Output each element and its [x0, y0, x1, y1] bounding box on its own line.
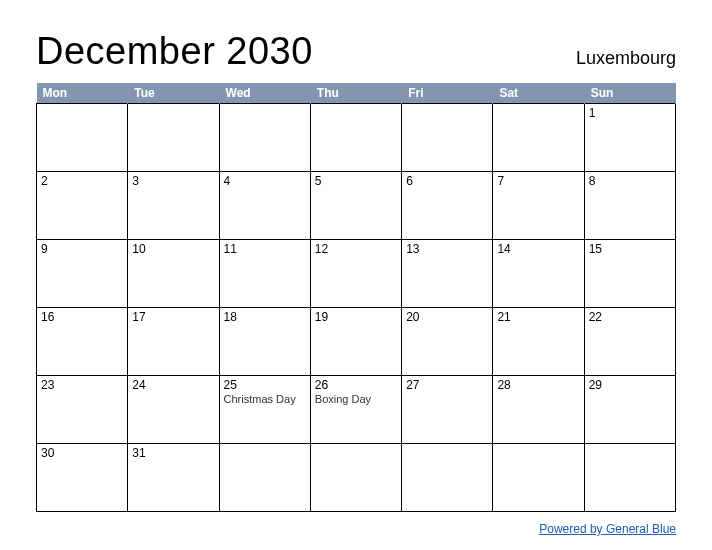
- day-number: 23: [41, 378, 123, 392]
- day-cell: 22: [584, 308, 675, 376]
- day-cell: 20: [402, 308, 493, 376]
- day-cell: [402, 444, 493, 512]
- day-number: 14: [497, 242, 579, 256]
- day-cell: [310, 104, 401, 172]
- calendar-grid: Mon Tue Wed Thu Fri Sat Sun 1 2 3 4 5 6 …: [36, 83, 676, 512]
- day-cell: 31: [128, 444, 219, 512]
- day-cell: 15: [584, 240, 675, 308]
- day-number: 21: [497, 310, 579, 324]
- day-number: 11: [224, 242, 306, 256]
- day-number: 13: [406, 242, 488, 256]
- weekday-tue: Tue: [128, 83, 219, 104]
- day-number: 31: [132, 446, 214, 460]
- day-number: 16: [41, 310, 123, 324]
- day-number: 17: [132, 310, 214, 324]
- day-cell: 6: [402, 172, 493, 240]
- day-cell: 21: [493, 308, 584, 376]
- calendar-title: December 2030: [36, 30, 313, 73]
- day-number: 12: [315, 242, 397, 256]
- day-number: 8: [589, 174, 671, 188]
- day-cell: 14: [493, 240, 584, 308]
- week-row: 9 10 11 12 13 14 15: [37, 240, 676, 308]
- day-number: 18: [224, 310, 306, 324]
- day-number: 1: [589, 106, 671, 120]
- day-cell: [402, 104, 493, 172]
- day-number: 30: [41, 446, 123, 460]
- day-cell: [310, 444, 401, 512]
- day-number: 27: [406, 378, 488, 392]
- day-number: 4: [224, 174, 306, 188]
- day-number: 15: [589, 242, 671, 256]
- day-cell: 3: [128, 172, 219, 240]
- day-number: 26: [315, 378, 397, 392]
- week-row: 2 3 4 5 6 7 8: [37, 172, 676, 240]
- day-cell: 18: [219, 308, 310, 376]
- weekday-thu: Thu: [310, 83, 401, 104]
- week-row: 30 31: [37, 444, 676, 512]
- day-cell: 27: [402, 376, 493, 444]
- day-cell: [219, 104, 310, 172]
- day-number: 7: [497, 174, 579, 188]
- day-number: 10: [132, 242, 214, 256]
- day-number: 29: [589, 378, 671, 392]
- day-cell: [493, 444, 584, 512]
- day-cell: 12: [310, 240, 401, 308]
- day-number: 9: [41, 242, 123, 256]
- day-cell: 1: [584, 104, 675, 172]
- day-number: 19: [315, 310, 397, 324]
- weekday-mon: Mon: [37, 83, 128, 104]
- day-cell: 17: [128, 308, 219, 376]
- day-cell: 30: [37, 444, 128, 512]
- weekday-header-row: Mon Tue Wed Thu Fri Sat Sun: [37, 83, 676, 104]
- week-row: 16 17 18 19 20 21 22: [37, 308, 676, 376]
- day-cell: [37, 104, 128, 172]
- week-row: 23 24 25Christmas Day 26Boxing Day 27 28…: [37, 376, 676, 444]
- day-number: 2: [41, 174, 123, 188]
- powered-by-link[interactable]: Powered by General Blue: [539, 522, 676, 536]
- day-number: 24: [132, 378, 214, 392]
- day-cell: 8: [584, 172, 675, 240]
- day-cell: 29: [584, 376, 675, 444]
- day-number: 22: [589, 310, 671, 324]
- day-event: Christmas Day: [224, 393, 306, 405]
- day-cell: 9: [37, 240, 128, 308]
- day-cell: 28: [493, 376, 584, 444]
- day-number: 28: [497, 378, 579, 392]
- day-number: 20: [406, 310, 488, 324]
- day-cell: 24: [128, 376, 219, 444]
- day-cell: 5: [310, 172, 401, 240]
- day-cell: 13: [402, 240, 493, 308]
- day-cell: 16: [37, 308, 128, 376]
- calendar-body: 1 2 3 4 5 6 7 8 9 10 11 12 13 14 15 16 1…: [37, 104, 676, 512]
- weekday-sat: Sat: [493, 83, 584, 104]
- day-event: Boxing Day: [315, 393, 397, 405]
- calendar-header: December 2030 Luxembourg: [36, 30, 676, 73]
- day-number: 3: [132, 174, 214, 188]
- day-cell: [219, 444, 310, 512]
- day-cell: 19: [310, 308, 401, 376]
- day-cell: 2: [37, 172, 128, 240]
- day-cell: [584, 444, 675, 512]
- weekday-wed: Wed: [219, 83, 310, 104]
- calendar-region: Luxembourg: [576, 48, 676, 73]
- day-cell: 23: [37, 376, 128, 444]
- week-row: 1: [37, 104, 676, 172]
- day-cell: [493, 104, 584, 172]
- day-cell: 26Boxing Day: [310, 376, 401, 444]
- day-number: 6: [406, 174, 488, 188]
- day-number: 5: [315, 174, 397, 188]
- day-cell: 25Christmas Day: [219, 376, 310, 444]
- weekday-fri: Fri: [402, 83, 493, 104]
- weekday-sun: Sun: [584, 83, 675, 104]
- day-cell: 10: [128, 240, 219, 308]
- day-cell: 7: [493, 172, 584, 240]
- day-cell: [128, 104, 219, 172]
- day-number: 25: [224, 378, 306, 392]
- day-cell: 11: [219, 240, 310, 308]
- day-cell: 4: [219, 172, 310, 240]
